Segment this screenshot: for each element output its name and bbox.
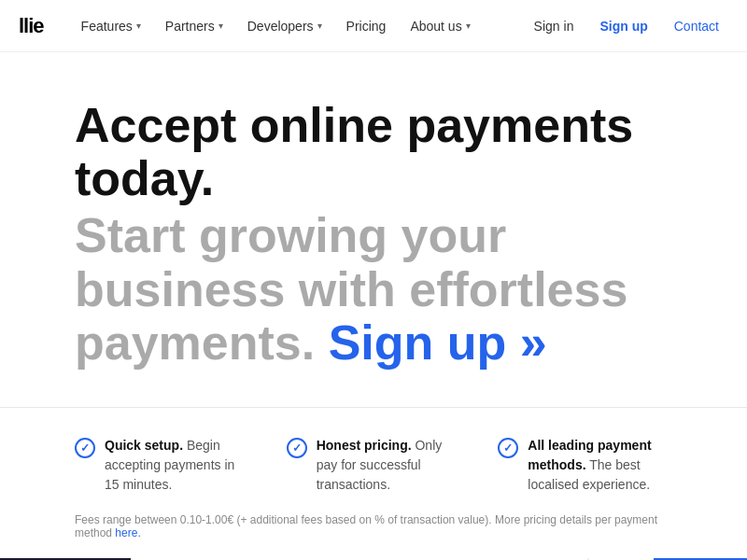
nav-item-features[interactable]: Features ▾ xyxy=(72,13,150,39)
feature-methods-text: All leading payment methods. The best lo… xyxy=(528,436,672,495)
chevron-down-icon: ▾ xyxy=(218,21,223,31)
chevron-down-icon: ▾ xyxy=(466,21,471,31)
hero-title: Accept online payments today. xyxy=(75,99,672,205)
nav-links: Features ▾ Partners ▾ Developers ▾ Prici… xyxy=(72,13,525,39)
fees-link[interactable]: here. xyxy=(115,526,140,539)
feature-honest-pricing: Honest pricing. Only pay for successful … xyxy=(287,436,461,495)
nav-item-pricing[interactable]: Pricing xyxy=(337,13,396,39)
feature-quick-setup: Quick setup. Begin accepting payments in… xyxy=(75,436,249,495)
contact-link[interactable]: Contact xyxy=(665,13,728,39)
check-icon xyxy=(75,438,95,458)
feature-payment-methods: All leading payment methods. The best lo… xyxy=(498,436,672,495)
nav-item-partners[interactable]: Partners ▾ xyxy=(156,13,233,39)
signup-label: Sign up xyxy=(329,315,507,370)
check-icon xyxy=(498,438,518,458)
check-icon xyxy=(287,438,307,458)
feature-quick-text: Quick setup. Begin accepting payments in… xyxy=(105,436,249,495)
nav-pricing-label: Pricing xyxy=(346,19,387,34)
nav-item-developers[interactable]: Developers ▾ xyxy=(238,13,331,39)
hero-section: Accept online payments today. Start grow… xyxy=(0,52,747,398)
feature-pricing-title: Honest pricing. xyxy=(317,438,412,453)
fees-note: Fees range between 0.10-1.00€ (+ additio… xyxy=(0,513,747,558)
features-row: Quick setup. Begin accepting payments in… xyxy=(0,407,747,513)
chevrons-icon: » xyxy=(506,315,546,370)
nav-features-label: Features xyxy=(81,19,133,34)
hero-subtitle: Start growing your business with effortl… xyxy=(75,209,672,370)
nav-item-about[interactable]: About us ▾ xyxy=(401,13,479,39)
fees-text: Fees range between 0.10-1.00€ (+ additio… xyxy=(75,513,657,539)
feature-quick-title: Quick setup. xyxy=(105,438,183,453)
chevron-down-icon: ▾ xyxy=(317,21,322,31)
chevron-down-icon: ▾ xyxy=(136,21,141,31)
nav-about-label: About us xyxy=(410,19,461,34)
nav-partners-label: Partners xyxy=(165,19,215,34)
logo[interactable]: llie xyxy=(19,14,44,38)
nav-developers-label: Developers xyxy=(247,19,314,34)
hero-signup-cta[interactable]: Sign up » xyxy=(329,315,547,370)
signup-link[interactable]: Sign up xyxy=(590,13,656,39)
nav-right: Sign in Sign up Contact xyxy=(525,13,728,39)
navbar: llie Features ▾ Partners ▾ Developers ▾ … xyxy=(0,0,747,52)
signin-link[interactable]: Sign in xyxy=(525,13,584,39)
feature-pricing-text: Honest pricing. Only pay for successful … xyxy=(317,436,461,495)
